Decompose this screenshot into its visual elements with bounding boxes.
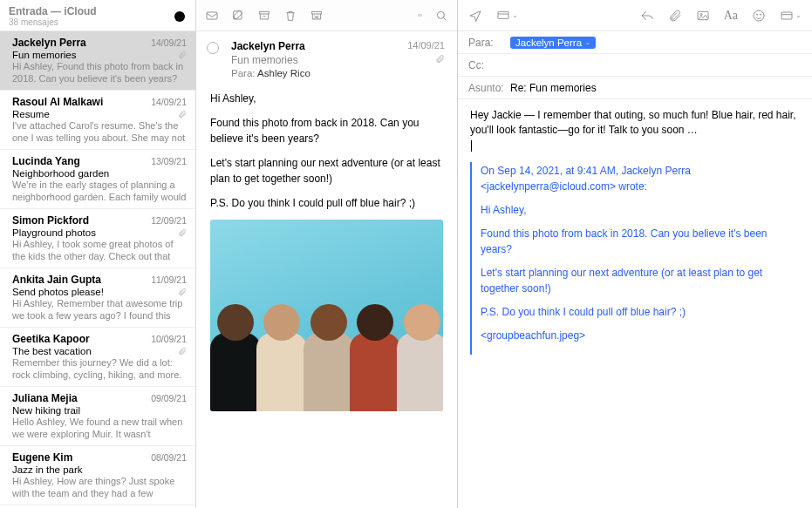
insert-photo-icon[interactable] <box>696 9 710 23</box>
message-sender: Simon Pickford <box>12 214 147 227</box>
reply-icon[interactable] <box>640 9 654 23</box>
message-date: 09/09/21 <box>151 393 187 403</box>
cc-field-label: Cc: <box>468 59 510 71</box>
to-name: Ashley Rico <box>257 68 310 78</box>
message-sender: Eugene Kim <box>12 451 147 464</box>
mailbox-header: Entrada — iCloud 38 mensajes <box>0 0 195 31</box>
quote-header: On Sep 14, 2021, at 9:41 AM, Jackelyn Pe… <box>481 164 800 194</box>
attached-photo[interactable] <box>210 220 443 411</box>
to-label: Para: <box>231 68 256 78</box>
quote-line: P.S. Do you think I could pull off blue … <box>481 305 800 320</box>
message-item[interactable]: Simon Pickford12/09/21Playground photosH… <box>0 209 195 268</box>
attachment-icon <box>178 110 187 120</box>
subject-field[interactable]: Asunto: Re: Fun memories <box>458 77 812 99</box>
message-date: 10/09/21 <box>151 334 187 344</box>
quote-attachment: <groupbeachfun.jpeg> <box>481 329 800 343</box>
recipient-chip[interactable]: Jackelyn Perra ⌄ <box>510 37 596 49</box>
message-sender: Rasoul Al Malkawi <box>12 96 147 108</box>
svg-point-0 <box>174 11 185 22</box>
message-sender: Geetika Kapoor <box>12 333 147 345</box>
attachment-icon <box>178 228 187 239</box>
junk-icon[interactable] <box>310 9 324 23</box>
chevron-down-icon[interactable]: ⌄ <box>585 39 590 46</box>
quoted-block: On Sep 14, 2021, at 9:41 AM, Jackelyn Pe… <box>470 162 800 355</box>
reading-toolbar: ›› <box>196 0 457 31</box>
message-sender: Ankita Jain Gupta <box>12 274 147 286</box>
to-field[interactable]: Para: Jackelyn Perra ⌄ <box>458 31 812 54</box>
message-date: 12/09/21 <box>151 215 187 226</box>
text-cursor <box>471 140 472 152</box>
message-preview: Hi Ashley, Remember that awesome trip we… <box>12 298 187 322</box>
filter-icon[interactable] <box>173 10 187 24</box>
message-item[interactable]: Jackelyn Perra14/09/21Fun memoriesHi Ash… <box>0 31 195 91</box>
svg-point-11 <box>760 14 761 15</box>
quote-line: Hi Ashley, <box>481 203 800 218</box>
compose-icon[interactable] <box>231 9 245 23</box>
svg-point-10 <box>756 14 757 15</box>
message-list[interactable]: Jackelyn Perra14/09/21Fun memoriesHi Ash… <box>0 31 195 508</box>
quote-line: Let's start planning our next adventure … <box>481 266 800 296</box>
body-para: P.S. Do you think I could pull off blue … <box>210 195 443 211</box>
message-subject: Send photos please! <box>12 287 187 297</box>
message-preview: We're in the early stages of planning a … <box>12 179 187 203</box>
message-preview: Hi Ashley, How are things? Just spoke wi… <box>12 476 187 499</box>
mail-icon[interactable] <box>205 9 219 23</box>
svg-rect-4 <box>312 11 322 14</box>
message-header: Jackelyn Perra Fun memories Para: Ashley… <box>196 31 457 85</box>
message-subject: Neighborhood garden <box>12 168 187 179</box>
message-item[interactable]: Ankita Jain Gupta11/09/21Send photos ple… <box>0 268 195 328</box>
cc-field[interactable]: Cc: <box>458 54 812 77</box>
attachment-icon <box>178 288 187 298</box>
svg-point-9 <box>754 10 764 21</box>
svg-rect-1 <box>207 12 217 19</box>
message-subject: New hiking trail <box>12 405 187 416</box>
subject-field-value: Re: Fun memories <box>510 82 597 94</box>
message-body: Hi Ashley, Found this photo from back in… <box>196 85 457 508</box>
attachment-icon <box>178 347 187 357</box>
message-item[interactable]: Lucinda Yang13/09/21Neighborhood gardenW… <box>0 150 195 209</box>
message-item[interactable]: Geetika Kapoor10/09/21The best vacationR… <box>0 328 195 387</box>
svg-point-8 <box>700 13 702 15</box>
reading-pane: ›› Jackelyn Perra Fun memories Para: Ash… <box>196 0 458 508</box>
message-subject: Resume <box>12 109 187 119</box>
svg-rect-3 <box>260 11 270 14</box>
to-field-label: Para: <box>468 37 510 49</box>
message-sender: Juliana Mejia <box>12 392 147 404</box>
media-browser-icon[interactable]: ⌄ <box>780 9 802 23</box>
message-date: 13/09/21 <box>151 156 187 166</box>
compose-fields: Para: Jackelyn Perra ⌄ Cc: Asunto: Re: F… <box>458 31 812 99</box>
message-to: Para: Ashley Rico <box>231 68 445 78</box>
body-para: Hi Ashley, <box>210 91 443 106</box>
message-item[interactable]: Juliana Mejia09/09/21New hiking trailHel… <box>0 387 195 446</box>
attachment-icon[interactable] <box>435 54 445 65</box>
compose-pane: ⌄ Aa ⌄ Para: Jackelyn Perra ⌄ Cc: Asunto… <box>458 0 812 508</box>
message-preview: Hi Ashley, Found this photo from back in… <box>12 61 187 85</box>
archive-icon[interactable] <box>257 9 271 23</box>
svg-point-5 <box>437 11 444 18</box>
emoji-icon[interactable] <box>752 9 766 23</box>
svg-rect-12 <box>781 12 792 19</box>
message-sender: Lucinda Yang <box>12 155 147 167</box>
header-fields-icon[interactable]: ⌄ <box>496 9 518 23</box>
attach-icon[interactable] <box>668 9 682 23</box>
message-preview: Hello Ashley, We found a new trail when … <box>12 417 187 440</box>
message-subject: Fun memories <box>12 50 187 60</box>
mailbox-title: Entrada — iCloud <box>9 5 173 17</box>
message-date: 08/09/21 <box>151 452 187 463</box>
message-item[interactable]: Eugene Kim08/09/21Jazz in the parkHi Ash… <box>0 446 195 505</box>
compose-body[interactable]: Hey Jackie — I remember that outing, so … <box>458 99 812 508</box>
search-icon[interactable] <box>434 9 448 23</box>
message-subject: The best vacation <box>12 346 187 356</box>
message-preview: I've attached Carol's resume. She's the … <box>12 120 187 144</box>
trash-icon[interactable] <box>283 9 297 23</box>
message-item[interactable]: Rasoul Al Malkawi14/09/21ResumeI've atta… <box>0 91 195 150</box>
compose-text: Hey Jackie — I remember that outing, so … <box>470 109 796 136</box>
recipient-name: Jackelyn Perra <box>515 37 582 48</box>
format-icon[interactable]: Aa <box>724 9 738 23</box>
message-date: 14/09/21 <box>407 40 445 51</box>
attachment-icon <box>178 51 187 61</box>
send-icon[interactable] <box>468 9 482 23</box>
more-icon[interactable]: ›› <box>418 11 422 19</box>
message-date: 14/09/21 <box>151 97 187 107</box>
flag-icon[interactable] <box>207 42 219 54</box>
